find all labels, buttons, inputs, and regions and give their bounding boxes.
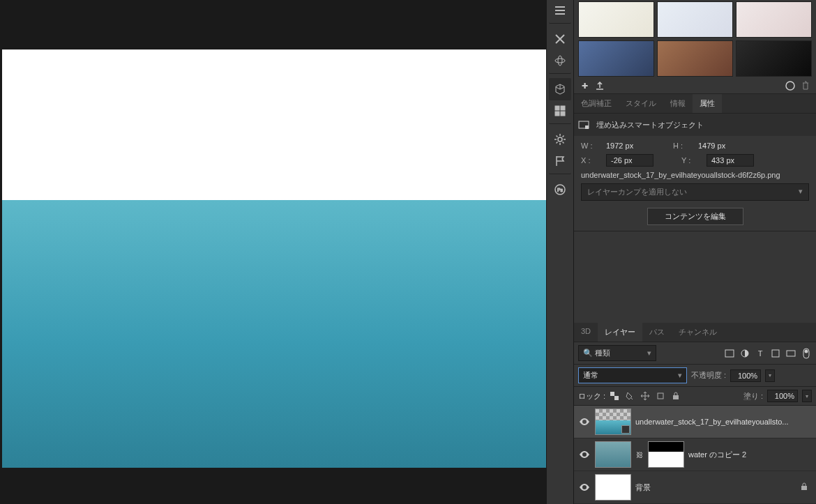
svg-rect-21 bbox=[673, 395, 679, 399]
filter-image-icon[interactable] bbox=[724, 348, 735, 359]
canvas-area[interactable] bbox=[0, 0, 546, 504]
svg-text:Ps: Ps bbox=[557, 188, 564, 192]
layer-filter-select[interactable]: 🔍 種類 bbox=[578, 345, 656, 361]
flag-icon[interactable] bbox=[549, 152, 571, 174]
library-thumb[interactable] bbox=[736, 40, 812, 77]
opacity-dropdown-icon[interactable]: ▾ bbox=[765, 369, 775, 382]
x-input[interactable] bbox=[606, 154, 653, 167]
svg-rect-18 bbox=[610, 392, 614, 396]
filter-smart-icon[interactable] bbox=[785, 348, 796, 359]
width-label: W : bbox=[581, 142, 600, 150]
layer-mask-thumbnail[interactable] bbox=[648, 441, 684, 468]
y-input[interactable] bbox=[707, 154, 754, 167]
svg-rect-2 bbox=[555, 106, 559, 110]
svg-rect-15 bbox=[787, 351, 795, 356]
hamburger-icon[interactable] bbox=[549, 1, 571, 24]
smart-object-icon bbox=[577, 118, 591, 132]
trash-icon[interactable] bbox=[801, 81, 810, 91]
grid-icon[interactable] bbox=[549, 102, 571, 124]
height-label: H : bbox=[673, 142, 693, 150]
filter-text-icon[interactable]: T bbox=[755, 348, 766, 359]
library-grid bbox=[574, 0, 816, 78]
height-value: 1479 px bbox=[698, 142, 737, 150]
blend-mode-select[interactable]: 通常 bbox=[578, 367, 687, 383]
library-thumb[interactable] bbox=[736, 1, 812, 38]
layer-name[interactable]: water のコピー 2 bbox=[688, 450, 812, 460]
canvas-document[interactable] bbox=[2, 49, 546, 468]
svg-point-0 bbox=[555, 59, 565, 63]
layer-name[interactable]: underwater_stock_17_by_evilhateyouallsto… bbox=[635, 418, 812, 426]
add-icon[interactable]: ✚ bbox=[580, 81, 589, 91]
upload-icon[interactable] bbox=[595, 81, 605, 91]
link-icon[interactable]: ⛓ bbox=[635, 451, 644, 459]
visibility-icon[interactable] bbox=[578, 418, 591, 425]
lock-label: ロック : bbox=[578, 391, 605, 402]
svg-rect-11 bbox=[585, 125, 589, 129]
lock-artboard-icon[interactable] bbox=[656, 391, 665, 401]
filter-shape-icon[interactable] bbox=[770, 348, 781, 359]
tools-crossed-icon[interactable] bbox=[549, 28, 571, 50]
layer-item[interactable]: 背景 bbox=[574, 471, 816, 504]
layer-name[interactable]: 背景 bbox=[635, 482, 796, 493]
svg-rect-5 bbox=[561, 112, 565, 116]
opacity-value[interactable]: 100% bbox=[730, 369, 761, 382]
atom-icon[interactable] bbox=[549, 52, 571, 74]
fill-dropdown-icon[interactable]: ▾ bbox=[802, 390, 812, 402]
svg-rect-12 bbox=[725, 350, 734, 357]
tab-channels[interactable]: チャンネル bbox=[672, 323, 724, 342]
visibility-icon[interactable] bbox=[578, 484, 591, 491]
tab-3d[interactable]: 3D bbox=[574, 323, 598, 342]
library-thumb[interactable] bbox=[578, 1, 654, 38]
tab-properties[interactable]: 属性 bbox=[693, 94, 722, 113]
svg-rect-4 bbox=[555, 112, 559, 116]
width-value: 1972 px bbox=[606, 142, 645, 150]
properties-tabs: 色調補正 スタイル 情報 属性 bbox=[574, 94, 816, 114]
edit-contents-button[interactable]: コンテンツを編集 bbox=[647, 208, 743, 225]
layers-panel: 🔍 種類 T 通常 不透明度 : 100% ▾ ロック : bbox=[574, 342, 816, 504]
cc-sync-icon[interactable] bbox=[785, 81, 795, 91]
ps-circle-icon[interactable]: Ps bbox=[549, 178, 571, 201]
svg-point-17 bbox=[805, 349, 808, 353]
layer-thumbnail[interactable] bbox=[595, 474, 631, 501]
lock-paint-icon[interactable] bbox=[625, 391, 635, 401]
visibility-icon[interactable] bbox=[578, 451, 591, 458]
tab-adjustments[interactable]: 色調補正 bbox=[574, 94, 619, 113]
panel-dock-strip: Ps bbox=[546, 0, 574, 504]
tab-paths[interactable]: パス bbox=[642, 323, 672, 342]
library-thumb[interactable] bbox=[657, 1, 733, 38]
lock-all-icon[interactable] bbox=[671, 391, 681, 401]
properties-header-label: 埋め込みスマートオブジェクト bbox=[596, 120, 704, 130]
lock-transparency-icon[interactable] bbox=[610, 391, 619, 401]
properties-panel: 埋め込みスマートオブジェクト W : 1972 px H : 1479 px X… bbox=[574, 114, 816, 231]
layer-thumbnail[interactable] bbox=[595, 408, 631, 435]
fill-label: 塗り : bbox=[743, 391, 763, 402]
x-label: X : bbox=[581, 156, 600, 165]
library-thumb[interactable] bbox=[657, 40, 733, 77]
svg-point-9 bbox=[786, 82, 794, 90]
right-panel: ✚ 色調補正 スタイル 情報 属性 埋め込みスマートオブジェクト W : 197… bbox=[574, 0, 816, 504]
library-thumb[interactable] bbox=[578, 40, 654, 77]
opacity-label: 不透明度 : bbox=[691, 370, 726, 381]
tab-styles[interactable]: スタイル bbox=[619, 94, 663, 113]
lock-move-icon[interactable] bbox=[640, 391, 650, 401]
svg-point-1 bbox=[558, 56, 562, 66]
properties-filename: underwater_stock_17_by_evilhateyouallsto… bbox=[581, 171, 809, 179]
filter-toggle-icon[interactable] bbox=[801, 348, 812, 359]
gear-icon[interactable] bbox=[549, 128, 571, 151]
layer-item[interactable]: underwater_stock_17_by_evilhateyouallsto… bbox=[574, 406, 816, 438]
layers-tabs: 3D レイヤー パス チャンネル bbox=[574, 323, 816, 342]
svg-rect-19 bbox=[614, 396, 619, 400]
filter-adjust-icon[interactable] bbox=[739, 348, 750, 359]
y-label: Y : bbox=[681, 156, 701, 165]
cube-icon[interactable] bbox=[549, 78, 571, 100]
svg-point-6 bbox=[558, 137, 562, 142]
svg-rect-3 bbox=[561, 106, 565, 110]
tab-layers[interactable]: レイヤー bbox=[598, 323, 642, 342]
layer-item[interactable]: ⛓ water のコピー 2 bbox=[574, 438, 816, 471]
tab-info[interactable]: 情報 bbox=[663, 94, 693, 113]
svg-rect-22 bbox=[801, 486, 807, 490]
layer-thumbnail[interactable] bbox=[595, 441, 631, 468]
layercomp-select[interactable]: レイヤーカンプを適用しない bbox=[581, 183, 809, 201]
svg-rect-20 bbox=[658, 393, 663, 399]
fill-value[interactable]: 100% bbox=[767, 390, 798, 402]
